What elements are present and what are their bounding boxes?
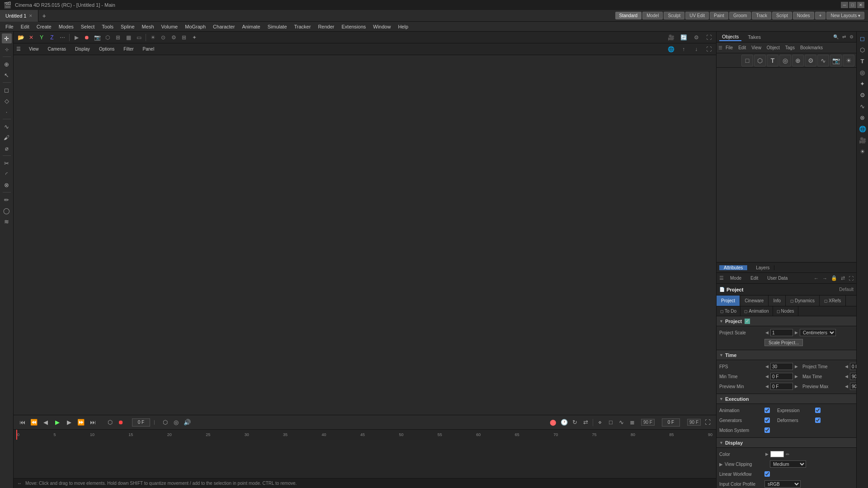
far-right-icon-1[interactable]: ◻ — [858, 33, 868, 43]
viewport-arrow-up[interactable]: ↑ — [679, 45, 688, 54]
tl-prev-frame[interactable]: ⏪ — [29, 418, 39, 427]
far-right-icon-11[interactable]: ☀ — [858, 146, 868, 156]
obj-icon-gear[interactable]: ⚙ — [805, 55, 816, 66]
attributes-tab[interactable]: Attributes — [719, 265, 748, 270]
attr-back-icon[interactable]: ← — [814, 276, 819, 281]
input-color-select[interactable]: sRGB — [764, 480, 801, 488]
layout-track[interactable]: Track — [752, 12, 771, 19]
far-right-icon-2[interactable]: ⬡ — [858, 45, 868, 55]
scale-project-button[interactable]: Scale Project... — [764, 339, 803, 346]
attr-userdata-btn[interactable]: User Data — [764, 275, 790, 281]
far-right-icon-10[interactable]: 🎥 — [858, 135, 868, 145]
viewport-icon-settings[interactable]: ⚙ — [169, 33, 178, 42]
menu-mesh[interactable]: Mesh — [138, 23, 158, 30]
obj-icon-text[interactable]: T — [767, 55, 778, 66]
viewport-icon-render[interactable]: ⊙ — [159, 33, 168, 42]
menu-edit[interactable]: Edit — [17, 23, 33, 30]
tool-brush[interactable]: ◜ — [2, 169, 12, 179]
attr-sub-animation[interactable]: ◻ Animation — [741, 306, 773, 316]
time-section-header[interactable]: ▼ Time — [717, 350, 856, 360]
obj-icon-cam3[interactable]: 📷 — [830, 55, 842, 66]
tl-icon-anim[interactable]: ⬡ — [160, 418, 170, 427]
attr-fwd-icon[interactable]: → — [822, 276, 827, 281]
timeline-tracks[interactable] — [14, 440, 716, 479]
menu-mograph[interactable]: MoGraph — [181, 23, 209, 30]
menu-simulate[interactable]: Simulate — [264, 23, 291, 30]
tl-next-key[interactable]: ▶ — [64, 418, 74, 427]
tool-polygon[interactable]: ◻ — [2, 85, 12, 95]
attr-sync-icon[interactable]: ⇄ — [841, 275, 845, 281]
attr-sub-nodes[interactable]: ◻ Nodes — [773, 306, 798, 316]
tool-lasso[interactable]: ◯ — [2, 206, 12, 216]
obj-icon-circle[interactable]: ◎ — [779, 55, 791, 66]
tl-fullscreen[interactable]: ⛶ — [703, 418, 712, 427]
tool-select[interactable]: ↖ — [2, 70, 12, 80]
objects-sync-icon[interactable]: ⇄ — [842, 34, 846, 39]
tl-icon-curve[interactable]: ◎ — [171, 418, 181, 427]
minimize-button[interactable]: ─ — [841, 2, 848, 8]
menu-extensions[interactable]: Extensions — [338, 23, 369, 30]
menu-file[interactable]: File — [2, 23, 17, 30]
far-right-icon-8[interactable]: ⊗ — [858, 113, 868, 122]
viewport-icon-cam[interactable]: 📷 — [93, 33, 102, 42]
tab-add-button[interactable]: + — [38, 12, 49, 19]
attr-tab-dynamics[interactable]: ◻ Dynamics — [786, 296, 820, 306]
tl-goto-start[interactable]: ⏮ — [17, 418, 27, 427]
menu-select[interactable]: Select — [77, 23, 99, 30]
far-right-icon-5[interactable]: ✦ — [858, 79, 868, 89]
viewport-icon-line[interactable]: ▭ — [134, 33, 143, 42]
tl-icon-mute[interactable]: 🔊 — [182, 418, 192, 427]
tool-extra[interactable]: ≋ — [2, 216, 12, 226]
layout-paint[interactable]: Paint — [710, 12, 728, 19]
viewport-icon-grid[interactable]: ▦ — [124, 33, 133, 42]
generators-checkbox[interactable] — [764, 418, 770, 423]
display-section-header[interactable]: ▼ Display — [717, 438, 856, 448]
project-section-header[interactable]: ▼ Project ✓ — [717, 316, 856, 326]
viewport[interactable] — [14, 55, 716, 415]
preview-min-input[interactable] — [770, 383, 793, 390]
layout-nodes[interactable]: Nodes — [793, 12, 814, 19]
tl-icon-clock[interactable]: 🕐 — [559, 418, 569, 427]
tl-icon-box[interactable]: □ — [606, 418, 616, 427]
color-arrow[interactable]: ▶ — [764, 452, 769, 456]
tl-prev-key[interactable]: ◀ — [41, 418, 51, 427]
viewport-canvas[interactable] — [14, 55, 716, 415]
far-right-icon-4[interactable]: ◎ — [858, 67, 868, 77]
color-edit-icon[interactable]: ✏ — [785, 452, 790, 457]
viewport-icon-mesh[interactable]: ⊞ — [113, 33, 123, 42]
obj-menu-icon[interactable]: ☰ — [718, 45, 722, 50]
min-time-input[interactable] — [770, 373, 793, 380]
far-right-icon-9[interactable]: 🌐 — [858, 124, 868, 134]
menu-tools[interactable]: Tools — [98, 23, 117, 30]
obj-object-menu[interactable]: Object — [764, 45, 782, 51]
tab-untitled1[interactable]: Untitled 1 ✕ — [0, 10, 38, 22]
tool-object[interactable]: ⊕ — [2, 59, 12, 69]
menu-create[interactable]: Create — [33, 23, 55, 30]
objects-settings-icon[interactable]: ⚙ — [849, 34, 854, 39]
view-clipping-select[interactable]: Medium — [770, 460, 806, 468]
objects-tab[interactable]: Objects — [719, 33, 741, 41]
viewport-icon-y[interactable]: Y — [37, 33, 46, 42]
attr-sub-todo[interactable]: ◻ To Do — [717, 306, 741, 316]
mintime-arrow-right[interactable]: ▶ — [794, 374, 799, 379]
color-swatch[interactable] — [770, 451, 784, 457]
far-right-icon-3[interactable]: T — [858, 56, 868, 66]
layout-new[interactable]: + — [815, 12, 826, 19]
menu-volume[interactable]: Volume — [158, 23, 182, 30]
tl-goto-end[interactable]: ⏭ — [88, 418, 98, 427]
project-scale-input[interactable] — [770, 329, 793, 336]
max-time-input[interactable] — [850, 373, 856, 380]
project-enabled-icon[interactable]: ✓ — [745, 319, 750, 324]
objects-search-icon[interactable]: 🔍 — [833, 34, 839, 39]
tl-frame-input2[interactable] — [662, 418, 680, 427]
layout-sculpt[interactable]: Sculpt — [664, 12, 684, 19]
menu-window[interactable]: Window — [369, 23, 394, 30]
tool-move[interactable]: ✛ — [2, 33, 12, 43]
project-scale-unit[interactable]: Centimeters — [800, 329, 836, 336]
linear-workflow-checkbox[interactable] — [764, 471, 770, 477]
layout-groom[interactable]: Groom — [729, 12, 751, 19]
vp-menu-filter[interactable]: Filter — [121, 46, 136, 52]
viewport-icon-settings2[interactable]: ⚙ — [692, 33, 701, 42]
viewport-icon-dots[interactable]: ⋯ — [58, 33, 67, 42]
attr-expand-icon[interactable]: ⛶ — [849, 276, 854, 281]
